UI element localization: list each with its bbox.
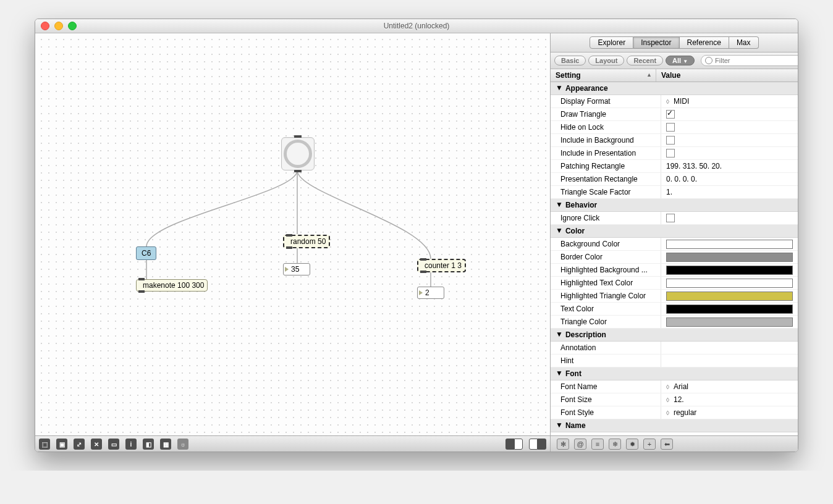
disclosure-triangle-icon: ▼ bbox=[556, 421, 563, 429]
row-text-color[interactable]: Text Color bbox=[551, 303, 798, 316]
plus-icon[interactable]: + bbox=[643, 439, 656, 450]
row-tri-color[interactable]: Triangle Color bbox=[551, 316, 798, 329]
search-wrap bbox=[701, 55, 794, 66]
row-hl-bg-color[interactable]: Highlighted Background ... bbox=[551, 264, 798, 277]
filter-recent[interactable]: Recent bbox=[627, 56, 663, 65]
property-header: Setting ▲ Value bbox=[551, 69, 798, 82]
filter-basic[interactable]: Basic bbox=[554, 56, 586, 65]
grid-icon[interactable]: ▦ bbox=[160, 439, 171, 450]
tab-explorer[interactable]: Explorer bbox=[590, 36, 633, 49]
close-window-button[interactable] bbox=[41, 22, 49, 30]
tab-max[interactable]: Max bbox=[729, 36, 759, 49]
tri-color-swatch[interactable] bbox=[666, 317, 793, 327]
panel-tabs: Explorer Inspector Reference Max bbox=[551, 33, 798, 52]
row-display-format[interactable]: Display Format ◊MIDI bbox=[551, 95, 798, 108]
hl-tri-color-swatch[interactable] bbox=[666, 292, 793, 301]
ignore-click-checkbox[interactable] bbox=[666, 214, 675, 222]
debug-icon[interactable]: ☼ bbox=[177, 439, 188, 450]
row-ignore-click[interactable]: Ignore Click bbox=[551, 212, 798, 225]
disclosure-triangle-icon: ▼ bbox=[556, 83, 563, 92]
inspector-icon[interactable]: i bbox=[125, 439, 137, 450]
back-icon[interactable]: ⬅ bbox=[661, 439, 673, 450]
chevron-down-icon: ▼ bbox=[683, 59, 688, 64]
row-font-style[interactable]: Font Style◊regular bbox=[551, 406, 798, 419]
text-color-swatch[interactable] bbox=[666, 304, 793, 314]
group-name[interactable]: ▼Name bbox=[551, 419, 798, 432]
bg-color-swatch[interactable] bbox=[666, 240, 793, 249]
row-hide-on-lock[interactable]: Hide on Lock bbox=[551, 121, 798, 134]
border-color-swatch[interactable] bbox=[666, 253, 793, 262]
display-format-value[interactable]: MIDI bbox=[674, 97, 689, 106]
kslider-value: C6 bbox=[142, 249, 151, 258]
counter-text: counter 1 3 bbox=[425, 261, 462, 270]
makenote-object[interactable]: makenote 100 300 bbox=[136, 279, 208, 292]
counter-number-box[interactable]: 2 bbox=[417, 287, 444, 299]
draw-triangle-checkbox[interactable] bbox=[666, 110, 675, 119]
row-hl-tri-color[interactable]: Highlighted Triangle Color bbox=[551, 290, 798, 303]
tab-reference[interactable]: Reference bbox=[680, 36, 729, 49]
close-icon[interactable]: ✕ bbox=[91, 439, 102, 450]
patcher-canvas[interactable]: C6 makenote 100 300 random 50 35 counter… bbox=[35, 33, 550, 435]
row-annotation[interactable]: Annotation bbox=[551, 342, 798, 355]
zoom-icon[interactable]: ⤢ bbox=[74, 439, 85, 450]
patch-rect-value[interactable]: 199. 313. 50. 20. bbox=[666, 162, 722, 170]
random-object[interactable]: random 50 bbox=[283, 235, 330, 248]
row-include-bg[interactable]: Include in Background bbox=[551, 134, 798, 147]
group-behavior[interactable]: ▼Behavior bbox=[551, 199, 798, 212]
row-include-pres[interactable]: Include in Presentation bbox=[551, 147, 798, 160]
row-hl-text-color[interactable]: Highlighted Text Color bbox=[551, 277, 798, 290]
property-rows[interactable]: ▼Appearance Display Format ◊MIDI Draw Tr… bbox=[551, 82, 798, 435]
hl-bg-color-swatch[interactable] bbox=[666, 266, 793, 275]
sidebar-toggle-left[interactable] bbox=[505, 439, 523, 450]
dial-object[interactable] bbox=[281, 137, 315, 170]
include-bg-checkbox[interactable] bbox=[666, 136, 675, 145]
window-controls bbox=[41, 22, 77, 30]
row-border-color[interactable]: Border Color bbox=[551, 251, 798, 264]
font-size-value[interactable]: 12. bbox=[674, 395, 684, 404]
hide-on-lock-checkbox[interactable] bbox=[666, 123, 675, 132]
row-font-name[interactable]: Font Name◊Arial bbox=[551, 380, 798, 393]
filter-input[interactable] bbox=[701, 55, 798, 66]
at-icon[interactable]: @ bbox=[574, 439, 586, 450]
lock-icon[interactable]: ⬚ bbox=[39, 439, 50, 450]
freeze-icon[interactable]: ❄ bbox=[609, 439, 621, 450]
font-name-value[interactable]: Arial bbox=[674, 382, 688, 391]
presentation-icon[interactable]: ▭ bbox=[108, 439, 119, 450]
row-hint[interactable]: Hint bbox=[551, 355, 798, 368]
sidebar-toggle-right[interactable] bbox=[529, 439, 546, 450]
group-description[interactable]: ▼Description bbox=[551, 329, 798, 342]
tab-inspector[interactable]: Inspector bbox=[633, 36, 679, 49]
header-value[interactable]: Value bbox=[656, 69, 798, 82]
new-object-icon[interactable]: ▣ bbox=[56, 439, 67, 450]
group-font[interactable]: ▼Font bbox=[551, 368, 798, 380]
kslider-object[interactable]: C6 bbox=[136, 246, 156, 260]
window-title: Untitled2 (unlocked) bbox=[35, 22, 798, 30]
minimize-window-button[interactable] bbox=[54, 22, 63, 30]
random-number-box[interactable]: 35 bbox=[283, 263, 310, 275]
group-color[interactable]: ▼Color bbox=[551, 225, 798, 238]
list-icon[interactable]: ≡ bbox=[591, 439, 604, 450]
counter-number-value: 2 bbox=[425, 288, 429, 297]
include-pres-checkbox[interactable] bbox=[666, 149, 675, 158]
grid-toggle-icon[interactable]: ◧ bbox=[143, 439, 154, 450]
zoom-window-button[interactable] bbox=[68, 22, 77, 30]
header-setting[interactable]: Setting ▲ bbox=[551, 69, 656, 82]
row-bg-color[interactable]: Background Color bbox=[551, 238, 798, 251]
group-appearance[interactable]: ▼Appearance bbox=[551, 82, 798, 95]
hl-text-color-swatch[interactable] bbox=[666, 279, 793, 288]
pres-rect-value[interactable]: 0. 0. 0. 0. bbox=[666, 175, 697, 183]
disclosure-triangle-icon: ▼ bbox=[556, 369, 563, 377]
row-pres-rect[interactable]: Presentation Rectangle 0. 0. 0. 0. bbox=[551, 173, 798, 186]
counter-object[interactable]: counter 1 3 bbox=[417, 259, 466, 272]
row-tri-scale[interactable]: Triangle Scale Factor 1. bbox=[551, 186, 798, 199]
row-draw-triangle[interactable]: Draw Triangle bbox=[551, 108, 798, 121]
star-icon[interactable]: ✹ bbox=[626, 439, 638, 450]
filter-all[interactable]: All▼ bbox=[666, 56, 695, 65]
row-font-size[interactable]: Font Size◊12. bbox=[551, 393, 798, 406]
random-number-value: 35 bbox=[291, 265, 299, 274]
row-patch-rect[interactable]: Patching Rectangle 199. 313. 50. 20. bbox=[551, 160, 798, 173]
filter-layout[interactable]: Layout bbox=[588, 56, 624, 65]
gear-icon[interactable]: ✻ bbox=[557, 439, 569, 450]
font-style-value[interactable]: regular bbox=[674, 408, 696, 417]
tri-scale-value[interactable]: 1. bbox=[666, 188, 672, 196]
